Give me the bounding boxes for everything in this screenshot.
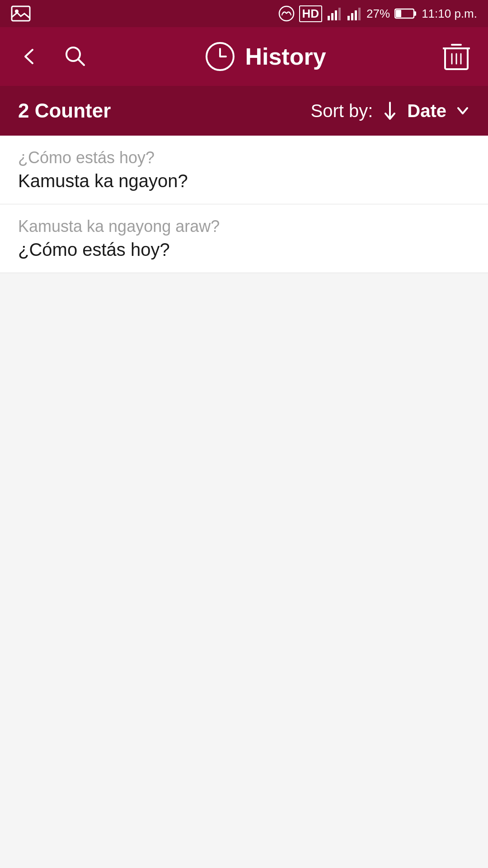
svg-rect-9 bbox=[355, 10, 357, 20]
dropdown-arrow-icon bbox=[455, 104, 470, 118]
sort-bar: 2 Counter Sort by: Date bbox=[0, 86, 488, 136]
delete-button[interactable] bbox=[443, 41, 470, 72]
svg-rect-5 bbox=[335, 10, 337, 20]
counter-label: 2 Counter bbox=[18, 99, 111, 122]
battery-percent: 27% bbox=[366, 7, 390, 21]
svg-rect-8 bbox=[351, 13, 353, 20]
source-text-1: ¿Cómo estás hoy? bbox=[18, 148, 470, 167]
list-item[interactable]: Kamusta ka ngayong araw? ¿Cómo estás hoy… bbox=[0, 204, 488, 273]
battery-icon bbox=[394, 7, 417, 20]
svg-rect-6 bbox=[338, 8, 341, 20]
target-text-1: Kamusta ka ngayon? bbox=[18, 171, 470, 191]
target-text-2: ¿Cómo estás hoy? bbox=[18, 240, 470, 260]
sort-value-label: Date bbox=[407, 101, 446, 121]
wifi-icon bbox=[278, 5, 295, 22]
history-list: ¿Cómo estás hoy? Kamusta ka ngayon? Kamu… bbox=[0, 136, 488, 273]
svg-rect-12 bbox=[414, 11, 416, 16]
sort-arrow-down-icon bbox=[382, 101, 398, 121]
status-bar: HD 27% 11:10 p.m. bbox=[0, 0, 488, 27]
app-bar-center: History bbox=[204, 41, 326, 72]
sort-controls[interactable]: Sort by: Date bbox=[310, 101, 470, 121]
hd-badge: HD bbox=[299, 5, 323, 22]
time-display: 11:10 p.m. bbox=[422, 7, 477, 21]
svg-rect-0 bbox=[12, 6, 30, 21]
signal1-icon bbox=[327, 6, 342, 21]
back-icon bbox=[18, 45, 41, 68]
search-button[interactable] bbox=[63, 44, 88, 69]
search-icon bbox=[63, 44, 88, 69]
status-bar-right: HD 27% 11:10 p.m. bbox=[278, 5, 477, 22]
image-icon bbox=[11, 5, 31, 22]
source-text-2: Kamusta ka ngayong araw? bbox=[18, 217, 470, 236]
trash-icon bbox=[443, 41, 470, 72]
page-title: History bbox=[245, 43, 326, 70]
signal2-icon bbox=[347, 6, 362, 21]
svg-rect-4 bbox=[331, 13, 333, 20]
status-bar-left bbox=[11, 5, 31, 22]
list-item[interactable]: ¿Cómo estás hoy? Kamusta ka ngayon? bbox=[0, 136, 488, 204]
svg-rect-10 bbox=[358, 8, 361, 20]
app-bar-left bbox=[18, 44, 88, 69]
back-button[interactable] bbox=[18, 45, 41, 68]
sort-by-label: Sort by: bbox=[310, 101, 373, 121]
app-bar: History bbox=[0, 27, 488, 86]
svg-rect-3 bbox=[328, 16, 330, 20]
svg-rect-7 bbox=[347, 16, 350, 20]
svg-rect-13 bbox=[396, 10, 401, 17]
clock-icon bbox=[204, 41, 236, 72]
